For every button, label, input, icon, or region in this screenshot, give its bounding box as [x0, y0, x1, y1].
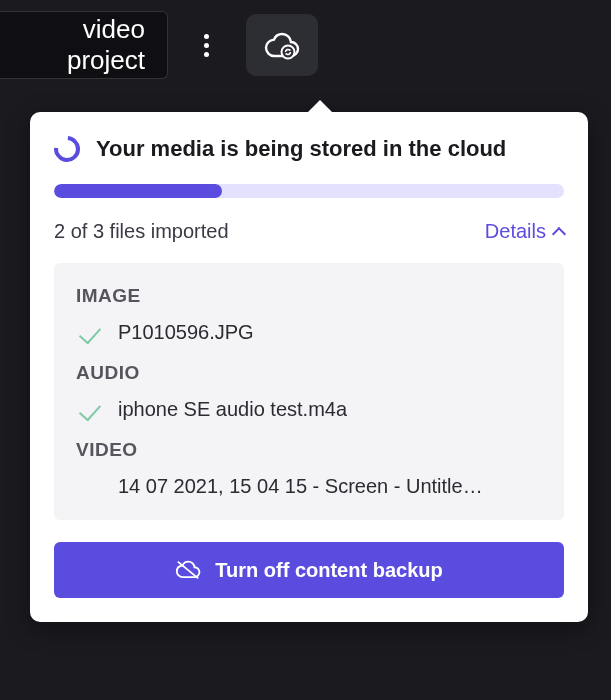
details-label: Details	[485, 220, 546, 243]
file-list-panel: IMAGE P1010596.JPG AUDIO iphone SE audio…	[54, 263, 564, 520]
file-name: P1010596.JPG	[118, 321, 254, 344]
cloud-sync-button[interactable]	[246, 14, 318, 76]
turn-off-backup-button[interactable]: Turn off content backup	[54, 542, 564, 598]
loading-spinner-icon	[49, 131, 86, 168]
file-name: iphone SE audio test.m4a	[118, 398, 347, 421]
cloud-sync-popover: Your media is being stored in the cloud …	[30, 112, 588, 622]
file-name: 14 07 2021, 15 04 15 - Screen - Untitle…	[118, 475, 483, 498]
upload-progress-bar	[54, 184, 564, 198]
upload-progress-fill	[54, 184, 222, 198]
check-icon	[79, 398, 101, 421]
list-item: 14 07 2021, 15 04 15 - Screen - Untitle…	[76, 475, 542, 498]
category-label: IMAGE	[76, 285, 542, 307]
kebab-icon	[204, 43, 209, 48]
more-options-button[interactable]	[186, 25, 226, 65]
import-status-text: 2 of 3 files imported	[54, 220, 229, 243]
top-bar: video project	[0, 0, 611, 90]
category-label: AUDIO	[76, 362, 542, 384]
popover-header: Your media is being stored in the cloud	[54, 136, 564, 162]
cloud-sync-icon	[264, 30, 300, 60]
category-label: VIDEO	[76, 439, 542, 461]
check-icon	[79, 321, 101, 344]
chevron-up-icon	[552, 226, 566, 240]
project-tab[interactable]: video project	[0, 11, 168, 79]
list-item: iphone SE audio test.m4a	[76, 398, 542, 421]
list-item: P1010596.JPG	[76, 321, 542, 344]
status-row: 2 of 3 files imported Details	[54, 220, 564, 243]
details-toggle[interactable]: Details	[485, 220, 564, 243]
svg-line-1	[178, 562, 198, 579]
turn-off-backup-label: Turn off content backup	[215, 559, 442, 582]
popover-title: Your media is being stored in the cloud	[96, 136, 506, 162]
svg-point-0	[282, 46, 295, 59]
project-tab-label: video project	[0, 14, 145, 76]
cloud-off-icon	[175, 559, 201, 581]
